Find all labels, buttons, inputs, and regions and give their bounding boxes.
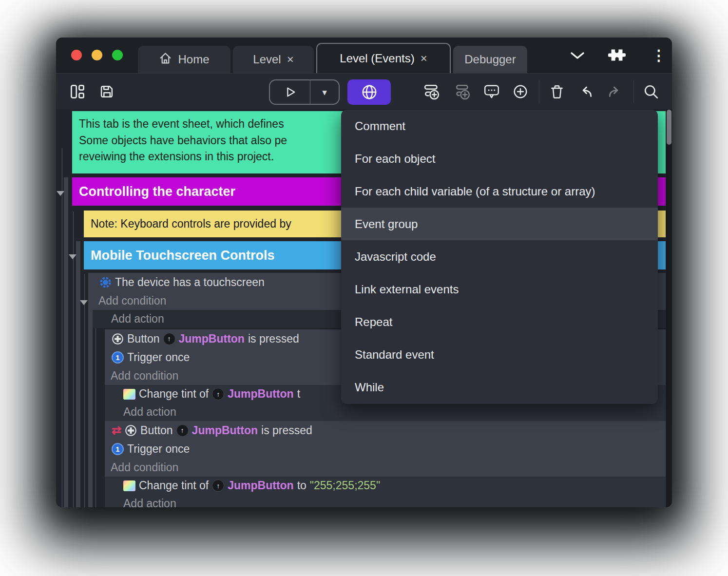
tab-label: Level bbox=[253, 53, 281, 66]
add-plus-circle-icon[interactable] bbox=[513, 84, 528, 99]
note-text: Note: Keyboard controls are provided by bbox=[91, 217, 291, 230]
up-arrow-badge-icon: ↑ bbox=[212, 480, 224, 492]
collapse-arrow[interactable] bbox=[69, 254, 77, 259]
toolbar: ▾ bbox=[56, 73, 672, 110]
menu-item-for-each-object[interactable]: For each object bbox=[341, 142, 658, 175]
action-text: Change tint of bbox=[139, 479, 209, 492]
add-condition-link[interactable]: Add condition bbox=[105, 458, 666, 477]
addons-puzzle-icon[interactable] bbox=[608, 47, 626, 65]
menu-item-while[interactable]: While bbox=[341, 371, 658, 403]
add-event-icon[interactable] bbox=[424, 83, 441, 100]
menu-item-link-external-events[interactable]: Link external events bbox=[341, 273, 658, 306]
instance-name: JumpButton bbox=[179, 332, 245, 346]
condition-text: Trigger once bbox=[127, 351, 190, 364]
event-sheet: This tab is the event sheet, which defin… bbox=[56, 109, 672, 507]
condition-suffix: is pressed bbox=[248, 332, 299, 346]
undo-icon[interactable] bbox=[578, 84, 594, 99]
tint-palette-icon bbox=[123, 389, 135, 400]
tab-level-events[interactable]: Level (Events) × bbox=[316, 43, 451, 73]
tab-level[interactable]: Level × bbox=[233, 46, 314, 73]
indent-guide bbox=[84, 274, 85, 507]
toolbar-separator bbox=[539, 80, 539, 103]
collapse-arrow[interactable] bbox=[80, 300, 88, 305]
action-text-tail: t bbox=[297, 387, 300, 401]
preview-button-group: ▾ bbox=[269, 79, 340, 105]
titlebar: Home Level × Level (Events) × Debugger bbox=[56, 38, 672, 73]
instance-name: JumpButton bbox=[192, 424, 258, 437]
up-arrow-badge-icon: ↑ bbox=[212, 388, 224, 400]
group-margin-bar bbox=[64, 177, 68, 507]
condition-text: Trigger once bbox=[127, 442, 190, 456]
gamepad-button-icon bbox=[125, 424, 137, 437]
condition-row[interactable]: ⇄ Button ↑ JumpButton is pressed bbox=[105, 421, 666, 440]
menu-item-for-each-child-variable[interactable]: For each child variable (of a structure … bbox=[341, 175, 658, 208]
trigger-once-icon: 1 bbox=[112, 443, 124, 455]
scrollbar-thumb[interactable] bbox=[667, 110, 671, 145]
add-subevent-icon[interactable] bbox=[455, 83, 472, 100]
play-button[interactable] bbox=[270, 80, 310, 104]
up-arrow-badge-icon: ↑ bbox=[163, 333, 175, 345]
menu-item-comment[interactable]: Comment bbox=[341, 110, 658, 142]
collapse-arrow[interactable] bbox=[57, 191, 64, 196]
add-event-context-menu: Comment For each object For each child v… bbox=[341, 110, 658, 404]
menu-item-event-group[interactable]: Event group bbox=[341, 208, 658, 240]
layout-panels-icon[interactable] bbox=[70, 84, 85, 99]
tint-palette-icon bbox=[123, 480, 135, 491]
traffic-close-button[interactable] bbox=[71, 50, 82, 60]
indent-guide bbox=[96, 319, 96, 507]
tab-debugger[interactable]: Debugger bbox=[453, 46, 527, 73]
menu-item-standard-event[interactable]: Standard event bbox=[341, 338, 658, 371]
redo-icon[interactable] bbox=[607, 84, 623, 99]
save-icon[interactable] bbox=[99, 84, 115, 99]
comment-icon[interactable] bbox=[483, 84, 500, 99]
browse-globe-button[interactable] bbox=[347, 79, 391, 105]
gamepad-button-icon bbox=[112, 333, 124, 345]
invert-condition-icon: ⇄ bbox=[112, 424, 121, 436]
traffic-minimize-button[interactable] bbox=[92, 50, 102, 60]
tab-bar: Home Level × Level (Events) × Debugger bbox=[138, 43, 527, 73]
tint-value: "255;255;255" bbox=[310, 479, 380, 492]
vertical-scrollbar bbox=[666, 109, 672, 507]
traffic-zoom-button[interactable] bbox=[112, 50, 123, 60]
up-arrow-badge-icon: ↑ bbox=[176, 424, 189, 437]
group-margin-bar bbox=[76, 241, 80, 507]
object-label: Button bbox=[140, 424, 173, 437]
tab-label: Home bbox=[178, 53, 209, 66]
home-icon bbox=[159, 52, 172, 68]
globe-icon bbox=[361, 83, 378, 101]
condition-text: The device has a touchscreen bbox=[115, 276, 265, 289]
action-text: Change tint of bbox=[139, 387, 209, 401]
instance-name: JumpButton bbox=[228, 387, 293, 401]
action-text: to bbox=[297, 479, 307, 492]
close-icon[interactable]: × bbox=[287, 54, 294, 65]
action-row[interactable]: Change tint of ↑ JumpButton to "255;255;… bbox=[105, 477, 666, 495]
caret-down-icon: ▾ bbox=[322, 87, 327, 98]
menu-item-javascript-code[interactable]: Javascript code bbox=[341, 240, 658, 273]
add-action-link[interactable]: Add action bbox=[105, 495, 666, 507]
chevron-down-icon[interactable] bbox=[570, 51, 585, 62]
group-margin-bar bbox=[88, 273, 93, 507]
play-options-dropdown[interactable]: ▾ bbox=[310, 80, 339, 104]
add-action-link[interactable]: Add action bbox=[105, 403, 666, 421]
tab-label: Debugger bbox=[464, 53, 516, 66]
event-block-jumpbutton-2: ⇄ Button ↑ JumpButton is pressed 1 Trigg… bbox=[105, 421, 666, 507]
search-icon[interactable] bbox=[643, 84, 659, 99]
object-label: Button bbox=[127, 332, 160, 346]
close-icon[interactable]: × bbox=[421, 53, 427, 64]
touch-gear-icon bbox=[99, 276, 112, 288]
instance-name: JumpButton bbox=[228, 479, 293, 492]
trigger-once-icon: 1 bbox=[112, 351, 124, 364]
tab-home[interactable]: Home bbox=[138, 46, 230, 73]
condition-row[interactable]: 1 Trigger once bbox=[105, 440, 666, 458]
toolbar-separator bbox=[633, 80, 634, 103]
screenshot-stage: Home Level × Level (Events) × Debugger bbox=[0, 0, 728, 576]
indent-guide bbox=[62, 148, 62, 507]
menu-item-repeat[interactable]: Repeat bbox=[341, 306, 658, 338]
menu-kebab-icon[interactable]: ⋮ bbox=[651, 48, 666, 63]
tab-label: Level (Events) bbox=[340, 52, 414, 65]
delete-trash-icon[interactable] bbox=[549, 84, 565, 99]
group-title: Mobile Touchscreen Controls bbox=[91, 248, 275, 263]
group-title: Controlling the character bbox=[79, 184, 235, 199]
condition-suffix: is pressed bbox=[261, 424, 312, 437]
app-window: Home Level × Level (Events) × Debugger bbox=[56, 38, 672, 507]
